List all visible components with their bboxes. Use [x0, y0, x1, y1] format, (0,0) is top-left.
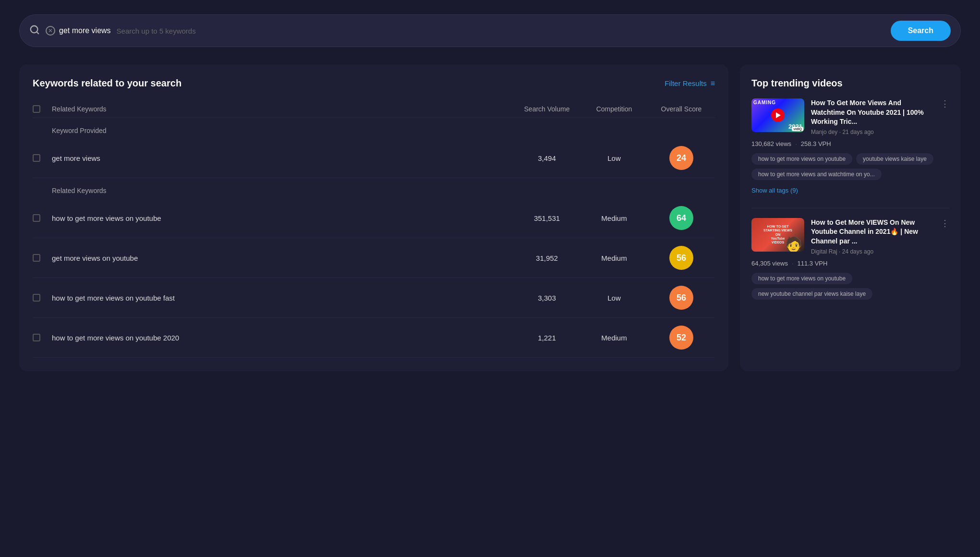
video-info: How to Get More VIEWS On New Youtube Cha… [811, 218, 934, 255]
table-row: how to get more views on youtube fast 3,… [33, 278, 715, 318]
thumb-text: GAMING [753, 100, 776, 105]
kw-score-col: 56 [648, 286, 715, 310]
filter-label: Filter Results [665, 79, 707, 87]
video-stats: 64,305 views · 111.3 VPH [751, 260, 949, 267]
time-ago: 24 days ago [842, 248, 873, 255]
kw-score-col: 56 [648, 246, 715, 270]
view-count: 130,682 views [751, 140, 791, 147]
kw-name: get more views [52, 154, 513, 162]
play-icon [776, 112, 781, 118]
kw-competition: Low [581, 294, 648, 302]
table-row: get more views 3,494 Low 24 [33, 138, 715, 178]
row-checkbox[interactable] [33, 334, 40, 341]
kw-volume: 3,303 [513, 294, 581, 302]
svg-line-1 [36, 32, 38, 34]
video-title: How to Get More VIEWS On New Youtube Cha… [811, 218, 934, 246]
channel-name: Manjo dey [811, 129, 837, 135]
tags-row: how to get more views on youtube youtube… [751, 153, 949, 180]
filter-results-button[interactable]: Filter Results ≡ [665, 79, 715, 88]
video-thumbnail[interactable]: HOW TO GETSTARTING VIEWSONYouTubeVIDEOS … [751, 218, 804, 252]
kw-competition: Low [581, 154, 648, 162]
stats-dot: · [792, 260, 794, 267]
video-info: How To Get More Views And Watchtime On Y… [811, 98, 934, 135]
kw-score-col: 52 [648, 326, 715, 350]
kw-name: how to get more views on youtube 2020 [52, 334, 513, 342]
kw-name: how to get more views on youtube fast [52, 294, 513, 302]
kw-name: get more views on youtube [52, 254, 513, 262]
view-count: 64,305 views [751, 260, 788, 267]
row-checkbox[interactable] [33, 154, 40, 162]
search-tag-label: get more views [59, 26, 111, 35]
time-ago: 21 days ago [842, 129, 873, 135]
kw-volume: 1,221 [513, 334, 581, 342]
col-score: Overall Score [648, 105, 715, 113]
channel-name: Digital Raj [811, 248, 837, 255]
search-icon [29, 24, 40, 37]
table-row: how to get more views on youtube 2020 1,… [33, 318, 715, 358]
kw-volume: 351,531 [513, 214, 581, 222]
score-badge: 56 [669, 246, 693, 270]
tag-pill[interactable]: how to get more views on youtube [751, 273, 852, 284]
search-bar: ✕ get more views Search up to 5 keywords… [19, 14, 961, 47]
score-badge: 64 [669, 206, 693, 230]
section-keyword-provided: Keyword Provided [33, 118, 715, 138]
score-badge: 52 [669, 326, 693, 350]
kw-score-col: 64 [648, 206, 715, 230]
trending-panel: Top trending videos GAMING 2021 vidIQ Ho… [740, 64, 961, 371]
section-related-keywords: Related Keywords [33, 178, 715, 198]
kw-competition: Medium [581, 254, 648, 262]
tag-pill[interactable]: youtube views kaise laye [856, 153, 933, 165]
table-header: Related Keywords Search Volume Competiti… [33, 100, 715, 118]
kw-volume: 31,952 [513, 254, 581, 262]
video-meta: Manjo dey · 21 days ago [811, 129, 934, 135]
main-layout: Keywords related to your search Filter R… [19, 64, 961, 371]
tag-pill[interactable]: how to get more views and watchtime on y… [751, 169, 882, 180]
kw-volume: 3,494 [513, 154, 581, 162]
stats-dot: · [795, 140, 797, 147]
score-badge: 56 [669, 286, 693, 310]
video-card: HOW TO GETSTARTING VIEWSONYouTubeVIDEOS … [751, 218, 949, 300]
score-badge: 24 [669, 146, 693, 170]
kw-competition: Medium [581, 214, 648, 222]
vph: 258.3 VPH [801, 140, 831, 147]
select-all-checkbox[interactable] [33, 105, 40, 113]
video-more-button[interactable]: ⋮ [941, 98, 949, 109]
video-card-header: GAMING 2021 vidIQ How To Get More Views … [751, 98, 949, 135]
search-placeholder: Search up to 5 keywords [117, 27, 885, 35]
panel-title: Keywords related to your search [33, 78, 181, 89]
col-competition: Competition [581, 105, 648, 113]
tag-pill[interactable]: how to get more views on youtube [751, 153, 852, 165]
search-tag: ✕ get more views [46, 26, 111, 36]
video-card: GAMING 2021 vidIQ How To Get More Views … [751, 98, 949, 194]
video-meta: Digital Raj · 24 days ago [811, 248, 934, 255]
show-all-tags-button[interactable]: Show all tags (9) [751, 187, 798, 194]
keywords-panel: Keywords related to your search Filter R… [19, 64, 728, 371]
tags-row: how to get more views on youtube new you… [751, 273, 949, 300]
vph: 111.3 VPH [798, 260, 828, 267]
card-divider [751, 208, 949, 208]
play-button[interactable] [771, 109, 785, 122]
kw-score-col: 24 [648, 146, 715, 170]
video-title: How To Get More Views And Watchtime On Y… [811, 98, 934, 127]
kw-name: how to get more views on youtube [52, 214, 513, 222]
search-button[interactable]: Search [891, 21, 951, 41]
video-more-button[interactable]: ⋮ [941, 218, 949, 229]
col-volume: Search Volume [513, 105, 581, 113]
row-checkbox[interactable] [33, 214, 40, 222]
video-thumbnail[interactable]: GAMING 2021 vidIQ [751, 98, 804, 132]
table-row: get more views on youtube 31,952 Medium … [33, 238, 715, 278]
col-keyword: Related Keywords [52, 105, 513, 113]
trending-title: Top trending videos [751, 78, 949, 89]
tag-pill[interactable]: new youtube channel par views kaise laye [751, 288, 872, 300]
keywords-table: Related Keywords Search Volume Competiti… [33, 100, 715, 358]
row-checkbox[interactable] [33, 294, 40, 302]
video-stats: 130,682 views · 258.3 VPH [751, 140, 949, 147]
kw-competition: Medium [581, 334, 648, 342]
video-card-header: HOW TO GETSTARTING VIEWSONYouTubeVIDEOS … [751, 218, 949, 255]
row-checkbox[interactable] [33, 254, 40, 262]
table-row: how to get more views on youtube 351,531… [33, 198, 715, 238]
thumb-person: 🧑 [785, 237, 802, 252]
filter-icon: ≡ [711, 79, 715, 88]
clear-tag-button[interactable]: ✕ [46, 26, 55, 36]
panel-header: Keywords related to your search Filter R… [33, 78, 715, 89]
